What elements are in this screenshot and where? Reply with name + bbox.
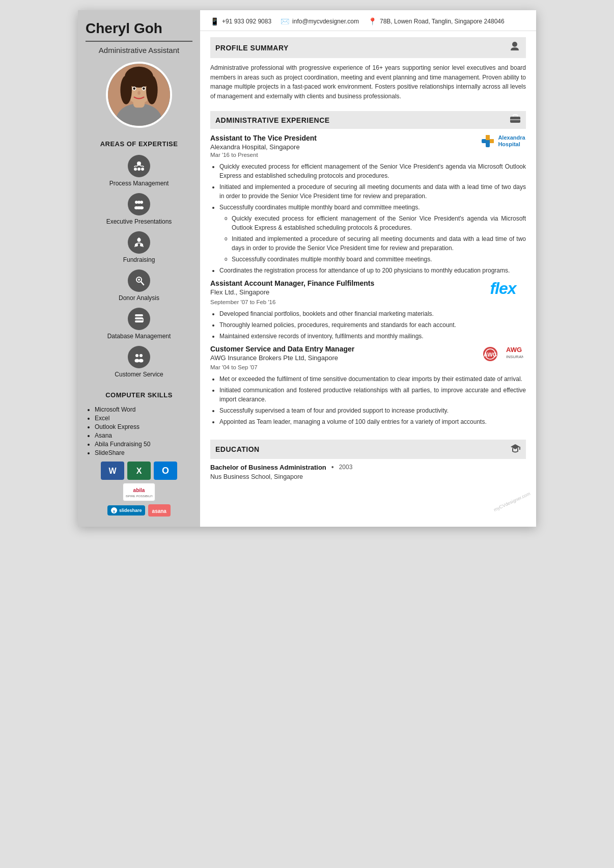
job-3-bullet-3: Successfully supervised a team of four a… bbox=[219, 406, 526, 415]
email-address: info@mycvdesigner.com bbox=[292, 18, 359, 25]
job-2-bullet-3: Maintained extensive records of inventor… bbox=[219, 332, 526, 341]
phone-contact: 📱 +91 933 092 9083 bbox=[210, 17, 271, 25]
expertise-fundraising: Fundraising bbox=[123, 231, 155, 263]
asana-logo: asana bbox=[148, 504, 171, 517]
job-1-bullet-3: Successfully coordinates multiple monthl… bbox=[219, 203, 526, 264]
job-3-bullet-4: Appointed as Team leader, managing a vol… bbox=[219, 417, 526, 426]
svg-text:INSURANCE: INSURANCE bbox=[506, 355, 523, 359]
admin-experience-header: ADMINISTRATIVE EXPERIENCE bbox=[210, 111, 526, 129]
profile-summary-section: PROFILE SUMMARY Administrative professio… bbox=[200, 31, 536, 105]
skill-excel: Excel bbox=[95, 415, 192, 422]
job-3-company: AWG Insurance Brokers Pte Ltd, Singapore bbox=[210, 354, 354, 362]
edu-bullet: • bbox=[331, 463, 334, 471]
awg-logo: AWG AWG INSURANCE bbox=[480, 345, 526, 363]
job-2-title: Assistant Account Manager, Finance Fulfi… bbox=[210, 279, 374, 287]
svg-point-51 bbox=[512, 42, 517, 47]
job-1-company: Alexandra Hospital, Singapore bbox=[210, 143, 317, 151]
svg-point-14 bbox=[134, 168, 137, 171]
abila-logo: abila INSPIRE POSSIBILITY bbox=[123, 483, 155, 501]
profile-photo bbox=[108, 62, 170, 128]
education-icon bbox=[510, 443, 521, 456]
job-2-bullet-2: Thoroughly learned policies, procedures,… bbox=[219, 320, 526, 330]
education-header: EDUCATION bbox=[210, 440, 526, 459]
donor-analysis-icon bbox=[128, 269, 150, 292]
expertise-process-management: Process Management bbox=[109, 155, 169, 187]
profile-summary-header: PROFILE SUMMARY bbox=[210, 37, 526, 58]
excel-logo: X bbox=[127, 462, 151, 480]
expertise-database: Database Management bbox=[107, 308, 171, 340]
address-contact: 📍 78B, Lowen Road, Tanglin, Singapore 24… bbox=[368, 17, 505, 25]
job-3-company-row: Customer Service and Data Entry Manager … bbox=[210, 345, 526, 363]
profile-icon bbox=[509, 40, 521, 55]
bottom-logos: s slideshare asana bbox=[86, 504, 192, 517]
job-1-bullets: Quickly executed process for efficient m… bbox=[210, 162, 526, 275]
sidebar-divider bbox=[86, 41, 192, 42]
awg-svg: AWG AWG INSURANCE bbox=[483, 345, 523, 363]
svg-point-11 bbox=[143, 88, 145, 90]
admin-experience-section: ADMINISTRATIVE EXPERIENCE Assistant to T… bbox=[200, 105, 536, 435]
expertise-exec-label: Executive Presentations bbox=[106, 218, 172, 225]
location-icon: 📍 bbox=[368, 17, 377, 25]
edu-degree: Bachelor of Business Administration bbox=[210, 464, 326, 471]
svg-text:s: s bbox=[113, 509, 116, 513]
job-1-bullet-1: Quickly executed process for efficient m… bbox=[219, 162, 526, 180]
process-management-icon bbox=[128, 155, 150, 177]
svg-rect-56 bbox=[486, 135, 490, 140]
fundraising-icon bbox=[128, 231, 150, 254]
contacts-row: 📱 +91 933 092 9083 ✉️ info@mycvdesigner.… bbox=[210, 17, 505, 25]
edu-year: 2003 bbox=[339, 464, 353, 471]
job-1-bullet-4: Coordinates the registration process for… bbox=[219, 266, 526, 275]
job-3-dates: Mar '04 to Sep '07 bbox=[210, 364, 526, 370]
watermark: myCVdesigner.com bbox=[493, 491, 531, 512]
skill-word: Microsoft Word bbox=[95, 406, 192, 413]
profile-summary-title: PROFILE SUMMARY bbox=[215, 44, 289, 52]
job-1-title: Assistant to The Vice President bbox=[210, 134, 317, 142]
svg-point-15 bbox=[137, 168, 141, 171]
skill-slideshare: SlideShare bbox=[95, 449, 192, 456]
job-2-dates: September '07 to Feb '16 bbox=[210, 299, 526, 305]
sidebar: Cheryl Goh Administrative Assistant bbox=[78, 10, 200, 527]
svg-line-28 bbox=[141, 282, 144, 285]
svg-point-12 bbox=[137, 91, 141, 95]
svg-point-36 bbox=[135, 354, 138, 357]
expertise-exec-presentations: Executive Presentations bbox=[106, 193, 172, 225]
svg-point-39 bbox=[139, 359, 144, 363]
svg-point-20 bbox=[137, 201, 141, 204]
job-2-info: Assistant Account Manager, Finance Fulfi… bbox=[210, 279, 374, 296]
job-3-info: Customer Service and Data Entry Manager … bbox=[210, 345, 354, 362]
skill-outlook: Outlook Express bbox=[95, 423, 192, 430]
awg-logo-inner: AWG AWG INSURANCE bbox=[483, 345, 523, 363]
expertise-customer-service: Customer Service bbox=[115, 346, 163, 378]
job-3-title: Customer Service and Data Entry Manager bbox=[210, 345, 354, 353]
job-2-bullet-1: Developed financial portfolios, booklets… bbox=[219, 309, 526, 318]
alex-logo-inner: Alexandra Hospital bbox=[481, 134, 525, 148]
expertise-heading: AREAS OF EXPERTISE bbox=[100, 140, 178, 148]
expertise-database-label: Database Management bbox=[107, 333, 171, 340]
job-1-company-row: Assistant to The Vice President Alexandr… bbox=[210, 134, 526, 151]
avatar bbox=[106, 62, 172, 128]
job-2-company-row: Assistant Account Manager, Finance Fulfi… bbox=[210, 279, 526, 298]
expertise-process-management-label: Process Management bbox=[109, 180, 169, 187]
svg-text:O: O bbox=[162, 466, 169, 476]
job-2-bullets: Developed financial portfolios, booklets… bbox=[210, 309, 526, 341]
job-3-bullet-2: Initiated communication and fostered pro… bbox=[219, 386, 526, 404]
address-text: 78B, Lowen Road, Tanglin, Singapore 2480… bbox=[380, 18, 505, 25]
alex-text: Alexandra Hospital bbox=[498, 134, 525, 148]
job-3-bullets: Met or exceeded the fulfilment of time s… bbox=[210, 374, 526, 426]
svg-text:INSPIRE POSSIBILITY: INSPIRE POSSIBILITY bbox=[126, 495, 152, 498]
expertise-donor-label: Donor Analysis bbox=[119, 294, 159, 302]
svg-rect-30 bbox=[135, 314, 143, 316]
job-2: Assistant Account Manager, Finance Fulfi… bbox=[210, 279, 526, 341]
job-2-company: Flex Ltd., Singapore bbox=[210, 288, 374, 296]
email-icon: ✉️ bbox=[281, 17, 289, 25]
phone-number: +91 933 092 9083 bbox=[222, 18, 271, 25]
education-title: EDUCATION bbox=[215, 445, 260, 453]
svg-text:X: X bbox=[136, 467, 142, 475]
briefcase-icon bbox=[510, 114, 521, 126]
skill-asana: Asana bbox=[95, 432, 192, 439]
candidate-name: Cheryl Goh bbox=[86, 20, 192, 37]
job-3: Customer Service and Data Entry Manager … bbox=[210, 345, 526, 426]
svg-point-37 bbox=[139, 354, 143, 357]
email-contact: ✉️ info@mycvdesigner.com bbox=[281, 17, 359, 25]
job-3-bullet-1: Met or exceeded the fulfilment of time s… bbox=[219, 374, 526, 384]
